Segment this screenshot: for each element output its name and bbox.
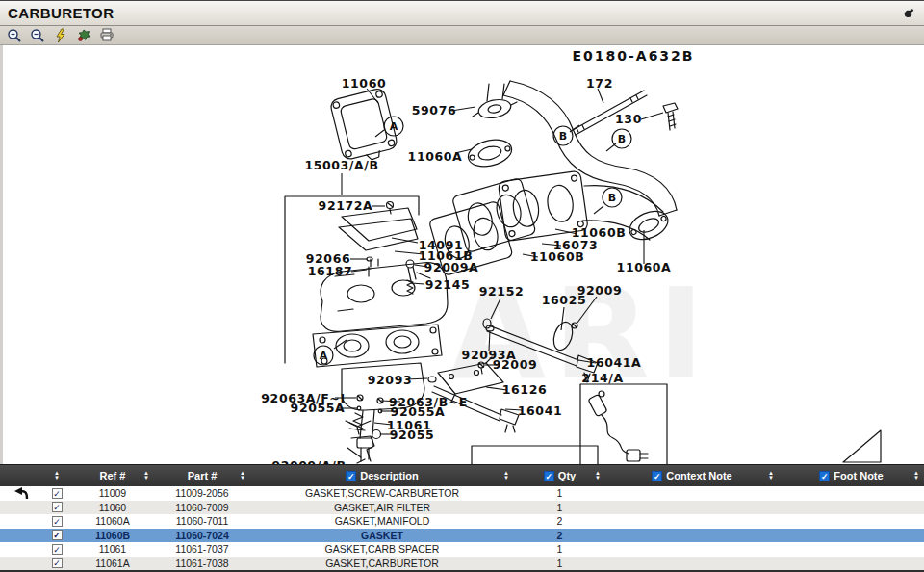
sort-icon[interactable]: ▲▼ [913,471,919,481]
foot-note-cell [779,557,924,571]
row-checkbox[interactable]: ✓ [52,558,63,568]
part-label[interactable]: 92055A [291,401,346,415]
part-label[interactable]: 11060B [530,249,585,264]
part-label[interactable]: 92152 [479,284,525,299]
column-header-part[interactable]: Part #▲▼ [154,465,250,486]
part-label[interactable]: 59076 [412,103,457,117]
part-label[interactable]: 15003/A/B [304,158,378,172]
part-label[interactable]: 16041A [587,355,642,370]
table-row[interactable]: ✓11061A11061-7038GASKET,CARBURETOR1 [0,557,924,571]
foot-note-cell [779,501,924,515]
callout-letter: B [608,192,616,204]
row-checkbox-cell[interactable]: ✓ [42,514,71,529]
row-checkbox[interactable]: ✓ [52,516,63,527]
part-cell: 11060-7011 [154,514,250,529]
carburetor-exploded-diagram: ARI [3,45,924,464]
row-checkbox-cell[interactable]: ✓ [42,542,71,557]
row-checkbox-cell[interactable]: ✓ [42,529,71,543]
part-label[interactable]: 92009A [424,260,479,274]
table-row[interactable]: ✓1106011060-7009GASKET,AIR FILTER1 [0,501,924,515]
sort-icon[interactable]: ▲▼ [240,471,245,481]
sort-icon[interactable]: ▲▼ [54,471,60,481]
foot-note-cell [779,486,924,501]
flash-icon[interactable] [52,28,68,43]
foot-note-cell [779,529,924,543]
column-header-context[interactable]: ✓Context Note▲▼ [605,465,779,486]
callout-letter: A [390,120,398,133]
row-checkbox[interactable]: ✓ [52,544,63,555]
context-note-cell [605,501,779,515]
part-label[interactable]: 11060A [617,260,672,274]
part-label[interactable]: 92055 [390,428,435,442]
description-cell: GASKET,AIR FILTER [250,501,514,515]
column-header-foot[interactable]: ✓Foot Note▲▼ [779,465,924,486]
sort-icon[interactable]: ▲▼ [143,471,149,481]
row-checkbox[interactable]: ✓ [52,502,63,512]
column-checkbox-context[interactable]: ✓ [652,471,662,481]
part-cell: 11060-7009 [154,501,250,515]
part-label[interactable]: 92055A [391,404,446,419]
part-label[interactable]: 214/A [581,371,623,385]
ref-cell: 11060 [71,501,154,515]
context-note-cell [605,514,779,529]
column-label: Description [360,470,419,481]
sort-icon[interactable]: ▲▼ [503,471,509,481]
print-icon[interactable] [98,28,115,43]
column-label: Ref # [100,470,126,481]
part-label[interactable]: 92093 [368,373,413,387]
part-label[interactable]: 11060A [408,149,463,164]
row-checkbox-cell[interactable]: ✓ [42,501,71,515]
row-action-cell[interactable] [0,486,42,501]
part-label[interactable]: 92009 [578,283,623,298]
title-bar: CARBURETOR [0,1,924,26]
hand-icon[interactable] [900,6,916,21]
part-label[interactable]: 16041 [518,403,563,418]
description-cell: GASKET,SCREW-CARBURETOR [250,486,514,501]
callout-letter: B [559,130,567,143]
part-label[interactable]: 16187 [308,264,353,278]
column-header-qty[interactable]: ✓Qty▲▼ [514,465,605,486]
part-label[interactable]: 92172A [319,198,373,213]
part-label[interactable]: 92009 [493,357,538,372]
row-checkbox-cell[interactable]: ✓ [42,486,71,501]
sort-icon[interactable]: ▲▼ [768,471,774,481]
description-cell: GASKET [250,529,514,543]
zoom-out-icon[interactable] [29,28,45,43]
zoom-in-icon[interactable] [6,28,22,43]
context-note-cell [605,529,779,543]
callout-letter: A [320,350,328,362]
column-header-select[interactable]: ▲▼ [42,465,71,486]
foot-note-cell [779,514,924,529]
column-checkbox-qty[interactable]: ✓ [544,471,554,481]
column-checkbox-description[interactable]: ✓ [346,471,356,481]
table-header-row: ▲▼Ref #▲▼Part #▲▼✓Description▲▼✓Qty▲▼✓Co… [0,464,924,486]
column-header-ref[interactable]: Ref #▲▼ [71,465,154,486]
page-title: CARBURETOR [8,5,114,21]
qty-cell: 2 [514,529,605,543]
table-row[interactable]: ✓11060B11060-7024GASKET2 [0,529,924,543]
part-label[interactable]: 92145 [425,277,471,292]
diagram-stage: E0180-A632B ARI [0,45,924,464]
table-row[interactable]: ✓1100911009-2056GASKET,SCREW-CARBURETOR1 [0,486,924,501]
part-label[interactable]: 16126 [502,382,548,397]
back-arrow-icon[interactable] [13,486,29,500]
row-checkbox[interactable]: ✓ [52,530,63,540]
ref-cell: 11061 [71,542,154,557]
sort-icon[interactable]: ▲▼ [595,471,601,481]
row-checkbox[interactable]: ✓ [52,488,63,499]
part-cell: 11060-7024 [154,529,250,543]
table-row[interactable]: ✓11060A11060-7011GASKET,MANIFOLD2 [0,514,924,529]
parts-catalog-window: CARBURETOR E0180-A632B ARI [0,0,924,572]
column-checkbox-foot[interactable]: ✓ [819,471,830,481]
part-label[interactable]: 130 [615,112,642,126]
column-header-description[interactable]: ✓Description▲▼ [250,465,514,486]
row-checkbox-cell[interactable]: ✓ [42,557,71,571]
row-action-cell [0,514,42,529]
table-row[interactable]: ✓1106111061-7037GASKET,CARB SPACER1 [0,542,924,557]
markup-icon[interactable] [75,28,91,43]
part-label[interactable]: 172 [586,76,613,91]
diagram-code: E0180-A632B [566,48,701,64]
part-label[interactable]: 11060 [342,76,387,91]
ref-cell: 11061A [71,557,154,571]
column-header-action [0,465,42,486]
